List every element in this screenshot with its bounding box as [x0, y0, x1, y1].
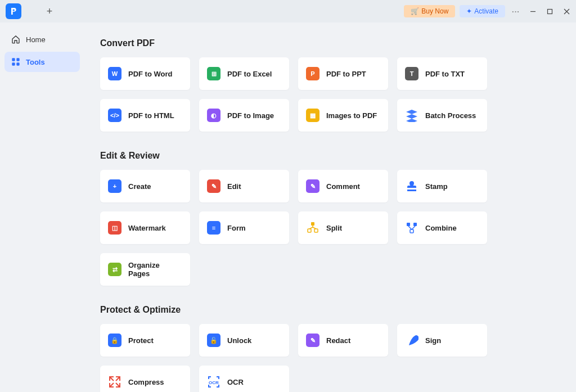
edit-grid: + Create ✎ Edit ✎ Comment Stamp ◫ Waterm… — [100, 170, 560, 286]
tool-label: Stamp — [425, 182, 448, 191]
tool-comment[interactable]: ✎ Comment — [298, 170, 388, 202]
tool-images-to-pdf[interactable]: ▦ Images to PDF — [298, 99, 388, 132]
activate-button[interactable]: ✦ Activate — [460, 5, 505, 17]
excel-icon: ⊞ — [207, 67, 220, 80]
tool-pdf-to-word[interactable]: W PDF to Word — [100, 57, 190, 90]
tool-label: Watermark — [128, 224, 166, 232]
cart-icon: 🛒 — [411, 7, 419, 15]
batch-icon — [405, 109, 418, 122]
svg-rect-7 — [16, 62, 19, 65]
home-icon — [11, 35, 20, 44]
redact-icon: ✎ — [306, 334, 320, 347]
svg-rect-4 — [12, 58, 15, 61]
txt-icon: T — [405, 67, 418, 80]
sidebar-item-home[interactable]: Home — [4, 29, 80, 49]
form-icon: ≡ — [207, 221, 220, 235]
tool-pdf-to-ppt[interactable]: P PDF to PPT — [298, 57, 388, 90]
sidebar-item-label: Tools — [26, 58, 45, 66]
tool-pdf-to-html[interactable]: </> PDF to HTML — [100, 99, 190, 132]
tool-edit[interactable]: ✎ Edit — [199, 170, 289, 202]
app-logo — [6, 3, 21, 19]
tool-label: Images to PDF — [326, 111, 377, 120]
sidebar: Home Tools — [0, 22, 84, 392]
tool-compress[interactable]: Compress — [100, 366, 190, 392]
buy-now-label: Buy Now — [421, 7, 448, 15]
tool-label: PDF to TXT — [425, 70, 465, 78]
tool-form[interactable]: ≡ Form — [199, 211, 289, 244]
split-icon — [306, 221, 320, 235]
tool-sign[interactable]: Sign — [397, 324, 487, 357]
close-button[interactable] — [560, 5, 573, 17]
word-icon: W — [108, 67, 122, 80]
image-icon: ◐ — [207, 109, 220, 122]
stamp-icon — [405, 179, 418, 193]
tool-label: PDF to Excel — [227, 70, 272, 78]
tool-label: Comment — [326, 182, 360, 191]
main-content: Convert PDF W PDF to Word ⊞ PDF to Excel… — [84, 22, 576, 392]
tool-combine[interactable]: Combine — [397, 211, 487, 244]
tool-label: Unlock — [227, 336, 251, 345]
tool-unlock[interactable]: 🔓 Unlock — [199, 324, 289, 357]
svg-rect-15 — [413, 223, 417, 226]
new-tab-button[interactable]: + — [44, 6, 55, 17]
svg-text:OCR: OCR — [209, 380, 219, 385]
tool-pdf-to-image[interactable]: ◐ PDF to Image — [199, 99, 289, 132]
tool-create[interactable]: + Create — [100, 170, 190, 202]
tool-protect[interactable]: 🔒 Protect — [100, 324, 190, 357]
tool-pdf-to-txt[interactable]: T PDF to TXT — [397, 57, 487, 90]
tool-label: Form — [227, 224, 246, 232]
tool-split[interactable]: Split — [298, 211, 388, 244]
tool-label: OCR — [227, 378, 244, 386]
tool-label: Edit — [227, 182, 241, 191]
tool-pdf-to-excel[interactable]: ⊞ PDF to Excel — [199, 57, 289, 90]
sidebar-item-tools[interactable]: Tools — [4, 52, 80, 72]
create-icon: + — [108, 179, 122, 193]
watermark-icon: ◫ — [108, 221, 122, 235]
buy-now-button[interactable]: 🛒 Buy Now — [404, 5, 455, 17]
section-title-protect: Protect & Optimize — [100, 305, 560, 315]
section-title-edit: Edit & Review — [100, 151, 560, 161]
minimize-button[interactable] — [526, 5, 539, 17]
ocr-icon: OCR — [207, 375, 220, 389]
tool-label: PDF to HTML — [128, 111, 174, 120]
tool-organize-pages[interactable]: ⇄ Organize Pages — [100, 253, 190, 286]
organize-icon: ⇄ — [108, 263, 122, 276]
tool-label: Split — [326, 224, 342, 232]
tool-batch-process[interactable]: Batch Process — [397, 99, 487, 132]
images-to-pdf-icon: ▦ — [306, 109, 320, 122]
html-icon: </> — [108, 109, 122, 122]
convert-grid: W PDF to Word ⊞ PDF to Excel P PDF to PP… — [100, 57, 560, 132]
combine-icon — [405, 221, 418, 235]
tool-label: Compress — [128, 378, 164, 386]
svg-rect-10 — [314, 229, 318, 232]
tool-ocr[interactable]: OCR OCR — [199, 366, 289, 392]
titlebar: + 🛒 Buy Now ✦ Activate ··· — [0, 0, 576, 22]
tool-stamp[interactable]: Stamp — [397, 170, 487, 202]
svg-rect-14 — [407, 223, 410, 226]
unlock-icon: 🔓 — [207, 334, 220, 347]
tool-label: Redact — [326, 336, 350, 345]
tool-label: PDF to Image — [227, 111, 274, 120]
tool-label: PDF to PPT — [326, 70, 366, 78]
sign-icon — [405, 334, 418, 347]
sidebar-item-label: Home — [26, 35, 46, 44]
activate-label: Activate — [474, 7, 498, 15]
ppt-icon: P — [306, 67, 320, 80]
svg-line-18 — [412, 226, 415, 229]
maximize-button[interactable] — [543, 5, 556, 17]
more-menu-button[interactable]: ··· — [510, 5, 522, 17]
tool-label: Create — [128, 182, 151, 191]
svg-line-17 — [408, 226, 412, 229]
tool-label: Batch Process — [425, 111, 476, 120]
protect-grid: 🔒 Protect 🔓 Unlock ✎ Redact Sign — [100, 324, 560, 392]
tool-label: Sign — [425, 336, 441, 345]
tool-label: Organize Pages — [128, 261, 182, 278]
svg-rect-9 — [308, 229, 311, 232]
compress-icon — [108, 375, 122, 389]
svg-rect-1 — [547, 9, 552, 13]
tool-redact[interactable]: ✎ Redact — [298, 324, 388, 357]
tool-watermark[interactable]: ◫ Watermark — [100, 211, 190, 244]
tool-label: Protect — [128, 336, 154, 345]
edit-icon: ✎ — [207, 179, 220, 193]
comment-icon: ✎ — [306, 179, 320, 193]
